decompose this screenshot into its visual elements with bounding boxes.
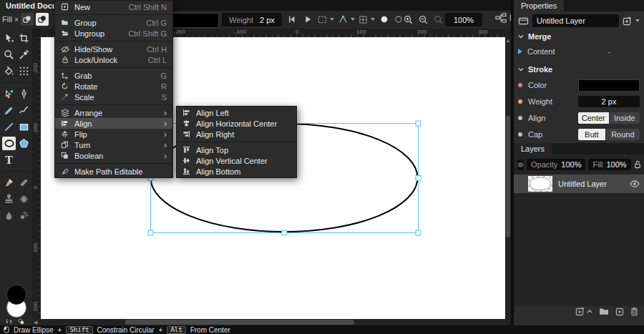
artboard-tool-button[interactable] — [17, 31, 31, 45]
stroke-color-value-swatch[interactable] — [578, 79, 640, 92]
menu-item-label: Group — [74, 19, 141, 27]
menu-item-turn[interactable]: Turn › — [55, 139, 172, 150]
menu-item-group[interactable]: Group Ctrl G — [55, 17, 172, 28]
selection-handle[interactable] — [416, 121, 421, 126]
delete-layer-button[interactable] — [630, 307, 638, 316]
blend-mode-button[interactable] — [517, 159, 524, 170]
brush-tool-button[interactable] — [2, 176, 16, 190]
add-node-icon[interactable] — [623, 16, 632, 26]
pen-tool-button[interactable] — [17, 87, 31, 101]
submenu-arrow-icon: › — [164, 141, 167, 149]
new-folder-button[interactable] — [599, 308, 609, 315]
fill-tool-button[interactable] — [2, 64, 16, 78]
menu-item-ungroup[interactable]: Ungroup Ctrl Shift G — [55, 28, 172, 39]
horizontal-scroll-thumb[interactable] — [125, 320, 354, 325]
menu-item-lock-unlock[interactable]: Lock/Unlock Ctrl L — [55, 54, 172, 65]
fill-swatch-button[interactable] — [21, 13, 34, 26]
menu-item-rotate[interactable]: Rotate R — [55, 81, 172, 92]
new-layer-dropdown[interactable] — [575, 307, 592, 316]
layer-visibility-eye-icon[interactable] — [630, 180, 640, 187]
align-inside-button[interactable]: Inside — [610, 112, 640, 124]
vertical-scrollbar[interactable]: ▲ — [505, 37, 511, 319]
stroke-section-header[interactable]: Stroke — [514, 64, 644, 75]
scroll-left-arrow-icon[interactable]: ◀ — [34, 319, 37, 325]
stroke-weight-field[interactable]: 2 px — [578, 96, 640, 107]
vertical-scroll-thumb[interactable] — [506, 116, 510, 237]
patch-tool-button[interactable] — [17, 192, 31, 206]
menu-item-boolean[interactable]: Boolean › — [55, 150, 172, 161]
blur-tool-button[interactable] — [2, 209, 16, 222]
menu-item-align-horizontal-center[interactable]: Align Horizontal Center — [177, 118, 296, 129]
zoom-level-input[interactable]: 100% — [445, 13, 482, 26]
scroll-up-arrow-icon[interactable]: ▲ — [505, 37, 511, 44]
align-center-button[interactable]: Center — [578, 112, 609, 124]
stroke-weight-input[interactable]: Weight 2 px — [222, 13, 282, 26]
polygon-tool-button[interactable] — [17, 137, 31, 150]
menu-item-align[interactable]: Align › — [55, 118, 172, 129]
relight-tool-button[interactable] — [17, 209, 31, 222]
text-tool-button[interactable]: T — [2, 153, 16, 167]
menu-item-align-top[interactable]: Align Top — [177, 144, 296, 155]
ellipse-tool-button[interactable] — [2, 137, 16, 150]
horizontal-scrollbar[interactable]: ◀ — [32, 319, 505, 325]
skip-to-start-button[interactable] — [286, 13, 298, 26]
clone-tool-button[interactable] — [2, 192, 16, 206]
diagonal-line-icon — [4, 122, 14, 132]
menu-item-grab[interactable]: Grab G — [55, 70, 172, 81]
play-button[interactable] — [301, 13, 314, 26]
pattern-tool-button[interactable] — [17, 64, 31, 78]
menu-item-align-left[interactable]: Align Left — [177, 107, 296, 118]
selection-handle[interactable] — [282, 230, 287, 235]
swap-colors-icon[interactable] — [6, 318, 12, 325]
zoom-out-button[interactable] — [416, 13, 429, 26]
menu-item-align-bottom[interactable]: Align Bottom — [177, 166, 296, 177]
cap-round-button[interactable]: Round — [606, 129, 640, 140]
primary-color-swatch[interactable] — [6, 285, 26, 305]
fill-none-icon[interactable]: × — [14, 16, 19, 24]
layer-row[interactable]: Untitled Layer — [514, 175, 644, 193]
fill-swatch-button-active[interactable] — [36, 13, 49, 26]
menu-item-scale[interactable]: Scale S — [55, 92, 172, 102]
line-tool-button[interactable] — [2, 120, 16, 134]
expand-arrow-icon[interactable] — [518, 49, 522, 54]
spline-tool-button[interactable] — [17, 104, 31, 117]
reset-colors-icon[interactable] — [18, 318, 24, 325]
opacity-input[interactable]: Opacity 100% — [527, 159, 585, 170]
unlock-icon[interactable] — [634, 160, 641, 169]
selection-handle[interactable] — [416, 176, 421, 181]
menu-item-hide-show[interactable]: Hide/Show Ctrl H — [55, 44, 172, 54]
freehand-tool-button[interactable] — [2, 104, 16, 117]
menu-item-align-vertical-center[interactable]: Align Vertical Center — [177, 155, 296, 166]
stroke-color-swatch[interactable] — [172, 13, 219, 28]
navigate-tool-button[interactable] — [2, 48, 16, 62]
rectangle-tool-button[interactable] — [17, 120, 31, 134]
tab-layers[interactable]: Layers — [514, 143, 552, 154]
menu-item-label: Turn — [74, 141, 159, 149]
fill-opacity-input[interactable]: Fill 100% — [588, 159, 630, 170]
cap-butt-button[interactable]: Butt — [578, 129, 605, 140]
path-tool-button[interactable] — [2, 87, 16, 101]
eyedropper-tool-button[interactable] — [17, 48, 31, 62]
selection-mode-dropdown[interactable] — [316, 13, 334, 26]
hint-action-label: Draw Ellipse — [14, 326, 54, 334]
stroke-cap-label: Cap — [528, 130, 542, 139]
grid-dropdown[interactable] — [356, 13, 375, 26]
snapping-dropdown[interactable] — [336, 13, 355, 26]
menu-item-flip[interactable]: Flip › — [55, 129, 172, 139]
view-mode-filled-button[interactable] — [378, 13, 391, 26]
merge-section-header[interactable]: Merge — [514, 31, 644, 42]
selection-handle[interactable] — [148, 230, 153, 235]
zoom-in-button[interactable] — [401, 13, 414, 26]
zoom-reset-button[interactable] — [431, 13, 444, 26]
tab-properties[interactable]: Properties — [514, 0, 564, 11]
selection-handle[interactable] — [416, 230, 421, 235]
menu-item-align-right[interactable]: Align Right — [177, 129, 296, 139]
menu-item-new[interactable]: New Ctrl Shift N — [55, 1, 172, 12]
layer-name-input[interactable]: Untitled Layer — [532, 14, 619, 27]
menu-item-arrange[interactable]: Arrange › — [55, 107, 172, 118]
chevron-down-icon[interactable] — [635, 19, 640, 22]
select-tool-button[interactable] — [2, 31, 16, 45]
add-layer-button[interactable] — [615, 308, 624, 316]
heal-tool-button[interactable] — [17, 176, 31, 190]
menu-item-make-path-editable[interactable]: Make Path Editable — [55, 166, 172, 177]
